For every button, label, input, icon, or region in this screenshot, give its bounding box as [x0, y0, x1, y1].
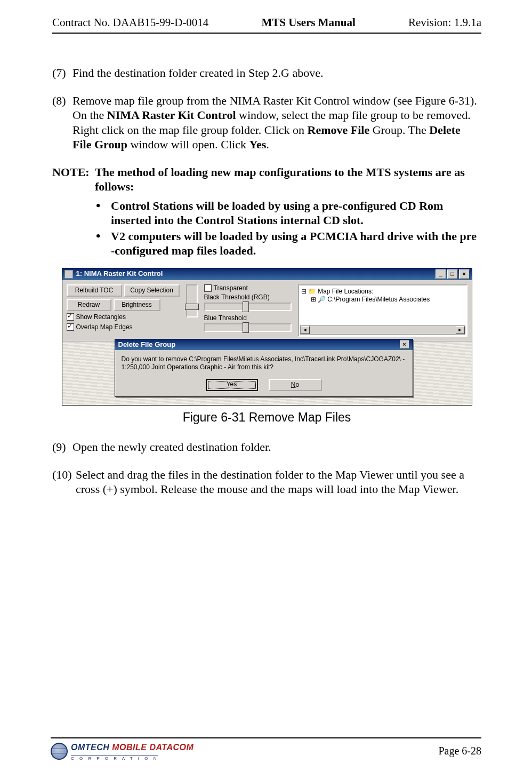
bullet-1: Control Stations will be loaded by using… — [94, 198, 481, 228]
dialog-message: Do you want to remove C:\Program Files\M… — [115, 350, 413, 377]
bullet-2: V2 computers will be loaded by using a P… — [94, 229, 481, 258]
delete-file-group-dialog: Delete File Group × Do you want to remov… — [115, 339, 413, 397]
map-preview-area: Delete File Group × Do you want to remov… — [62, 341, 472, 405]
note-body: The method of loading new map configurat… — [95, 165, 481, 194]
copy-selection-button[interactable]: Copy Selection — [124, 284, 180, 297]
page-header: Contract No. DAAB15-99-D-0014 MTS Users … — [52, 16, 481, 29]
scroll-left-button[interactable]: ◄ — [301, 326, 310, 334]
blue-threshold-slider[interactable] — [204, 323, 292, 332]
step-text: Find the destination folder created in S… — [72, 66, 481, 81]
hdr-center: MTS Users Manual — [262, 16, 356, 29]
bold: Remove File — [308, 123, 370, 137]
step-text: Open the newly created destination folde… — [72, 440, 481, 455]
page-number: Page 6-28 — [438, 745, 481, 757]
yes-button[interactable]: Yes — [206, 379, 258, 391]
tree-scrollbar[interactable]: ◄ ► — [300, 325, 465, 335]
minimize-button[interactable]: _ — [436, 269, 446, 279]
note-block: NOTE: The method of loading new map conf… — [52, 165, 481, 194]
tree-child[interactable]: C:\Program Files\Miletus Associates — [301, 296, 464, 304]
globe-icon — [51, 743, 68, 760]
body-text: (7) Find the destination folder created … — [52, 66, 481, 497]
window-title: 1: NIMA Raster Kit Control — [76, 269, 436, 278]
footer-rule — [51, 737, 481, 738]
rebuild-toc-button[interactable]: Relbuild TOC — [67, 284, 122, 297]
bold: NIMA Raster Kit Control — [107, 108, 236, 122]
brightness-slider[interactable] — [186, 284, 198, 317]
overlap-edges-checkbox[interactable]: Overlap Map Edges — [67, 323, 180, 331]
label: Transparent — [214, 284, 248, 292]
hdr-right: Revision: 1.9.1a — [408, 16, 481, 29]
black-threshold-slider[interactable] — [204, 303, 292, 311]
figure-caption: Figure 6-31 Remove Map Files — [52, 410, 481, 425]
bold: Yes — [249, 138, 266, 151]
label: Overlap Map Edges — [76, 323, 133, 331]
step-num: (7) — [52, 66, 72, 81]
step-8: (8) Remove map file group from the NIMA … — [52, 93, 481, 152]
show-rectangles-checkbox[interactable]: Show Rectangles — [67, 313, 180, 321]
text: . — [266, 138, 269, 151]
dialog-title-bar[interactable]: Delete File Group × — [115, 339, 413, 350]
step-7: (7) Find the destination folder created … — [52, 66, 481, 81]
tree-root[interactable]: Map File Locations: — [301, 288, 464, 296]
step-num: (9) — [52, 440, 72, 455]
app-icon — [65, 270, 73, 279]
hdr-left: Contract No. DAAB15-99-D-0014 — [52, 16, 208, 29]
text: window will open. Click — [127, 138, 249, 151]
step-10: (10) Select and drag the files in the de… — [52, 467, 481, 497]
toolbar: Relbuild TOC Copy Selection Redraw Brigh… — [62, 280, 472, 341]
dialog-buttons: Yes No — [115, 377, 413, 396]
maximize-button[interactable]: □ — [447, 269, 458, 279]
text: es — [230, 380, 237, 388]
toolbar-col1: Relbuild TOC Copy Selection Redraw Brigh… — [67, 284, 180, 331]
step-num: (8) — [52, 93, 72, 152]
text: o — [295, 381, 299, 388]
transparent-checkbox[interactable]: Transparent — [204, 284, 292, 292]
label: Show Rectangles — [76, 313, 126, 321]
dialog-close-button[interactable]: × — [400, 340, 409, 349]
brightness-button[interactable]: Brightness — [114, 299, 160, 311]
figure-6-31: 1: NIMA Raster Kit Control _ □ × Relbuil… — [62, 268, 472, 406]
threshold-panel: Transparent Black Threshold (RGB) Blue T… — [204, 284, 292, 334]
note-bullets: Control Stations will be loaded by using… — [94, 198, 481, 258]
step-num: (10) — [52, 467, 76, 497]
brand-corporation: C O R P O R A T I O N — [71, 756, 158, 760]
note-label: NOTE: — [52, 165, 95, 194]
scroll-right-button[interactable]: ► — [456, 326, 465, 334]
company-logo: OMTECH MOBILE DATACOM C O R P O R A T I … — [51, 742, 194, 761]
hdr-rule — [52, 33, 481, 34]
no-button[interactable]: No — [269, 379, 322, 391]
brand-mobile-datacom: MOBILE DATACOM — [112, 743, 194, 752]
close-button[interactable]: × — [459, 269, 470, 279]
step-9: (9) Open the newly created destination f… — [52, 440, 481, 455]
underline: Y — [227, 380, 230, 388]
brand-omtech: OMTECH — [71, 743, 109, 752]
step-text: Remove map file group from the NIMA Rast… — [72, 93, 481, 152]
blue-threshold-label: Blue Threshold — [204, 314, 292, 322]
page-footer: OMTECH MOBILE DATACOM C O R P O R A T I … — [51, 737, 481, 761]
title-bar[interactable]: 1: NIMA Raster Kit Control _ □ × — [62, 268, 472, 280]
dialog-title: Delete File Group — [118, 339, 176, 350]
step-text: Select and drag the files in the destina… — [76, 467, 481, 497]
redraw-button[interactable]: Redraw — [67, 299, 111, 311]
black-threshold-label: Black Threshold (RGB) — [204, 293, 292, 301]
text: Group. The — [369, 123, 429, 137]
screenshot-window: 1: NIMA Raster Kit Control _ □ × Relbuil… — [62, 268, 472, 406]
map-file-tree[interactable]: Map File Locations: C:\Program Files\Mil… — [298, 284, 467, 337]
